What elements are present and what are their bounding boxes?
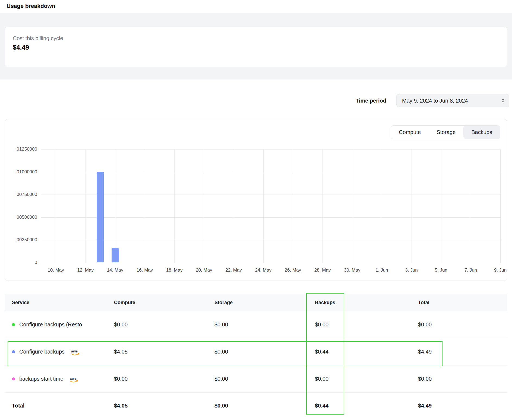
gridline: [41, 149, 41, 263]
gridline: [352, 149, 352, 263]
y-axis-label: .00750000: [15, 192, 37, 197]
gridline: [412, 149, 412, 263]
tab-storage[interactable]: Storage: [429, 126, 463, 139]
chart-bar: [97, 172, 104, 262]
x-axis-label: 16. May: [137, 268, 153, 273]
x-axis-label: 10. May: [48, 268, 64, 273]
x-axis-label: 5. Jun: [435, 268, 447, 273]
total-compute: $4.05: [114, 403, 214, 409]
x-axis-label: 24. May: [255, 268, 271, 273]
gridline: [263, 149, 264, 263]
chart-y-axis: 0.00250000.00500000.00750000.01000000.01…: [10, 149, 37, 263]
series-dot: [12, 323, 15, 326]
x-axis-label: 12. May: [77, 268, 93, 273]
x-axis-label: 20. May: [196, 268, 212, 273]
gridline: [293, 149, 293, 263]
total-backups: $0.44: [315, 403, 418, 409]
cell-total: $0.00: [418, 322, 500, 328]
total-row-label: Total: [12, 403, 114, 409]
gridline: [204, 149, 204, 263]
cell-storage: $0.00: [214, 376, 315, 382]
table-header-storage: Storage: [214, 300, 315, 306]
gridline: [500, 149, 501, 263]
gridline: [174, 149, 175, 263]
table-header-backups: Backups: [315, 300, 418, 306]
x-axis-label: 28. May: [314, 268, 331, 273]
gridline: [115, 149, 115, 263]
y-axis-label: .01000000: [15, 169, 37, 175]
aws-logo-icon: aws: [71, 349, 80, 356]
cost-card-label: Cost this billing cycle: [13, 34, 499, 42]
svg-text:aws: aws: [70, 377, 77, 381]
x-axis-label: 14. May: [107, 268, 123, 273]
cell-backups: $0.44: [315, 349, 418, 355]
gridline: [41, 195, 500, 195]
chart-bar: [112, 248, 119, 263]
table-header-service: Service: [12, 300, 114, 306]
svg-text:aws: aws: [71, 349, 78, 354]
x-axis-label: 26. May: [285, 268, 301, 273]
chart-metric-tabs: Compute Storage Backups: [391, 125, 500, 139]
aws-logo-icon: aws: [69, 376, 79, 383]
y-axis-label: 0: [35, 260, 37, 265]
table-header-total: Total: [418, 300, 500, 306]
chart-x-axis: 10. May12. May14. May16. May18. May20. M…: [41, 268, 500, 274]
tab-compute[interactable]: Compute: [391, 126, 429, 139]
x-axis-label: 1. Jun: [375, 268, 388, 273]
x-axis-label: 30. May: [344, 268, 360, 273]
cell-compute: $0.00: [114, 376, 214, 382]
gridline: [471, 149, 471, 263]
cost-card: Cost this billing cycle $4.49: [5, 27, 507, 67]
page: Usage breakdown Cost this billing cycle …: [0, 0, 512, 420]
series-dot: [12, 350, 15, 353]
cost-card-amount: $4.49: [13, 44, 499, 51]
cell-compute: $4.05: [114, 349, 214, 355]
x-axis-label: 3. Jun: [405, 268, 418, 273]
time-period-select[interactable]: May 9, 2024 to Jun 8, 2024: [396, 94, 509, 107]
chart-plot: [41, 149, 500, 263]
y-axis-label: .01250000: [15, 147, 37, 152]
time-period-value: May 9, 2024 to Jun 8, 2024: [402, 98, 468, 104]
gridline: [441, 149, 441, 263]
cell-storage: $0.00: [214, 349, 315, 355]
cost-summary-section: Cost this billing cycle $4.49: [0, 13, 512, 79]
gridline: [145, 149, 145, 263]
gridline: [234, 149, 234, 263]
cell-storage: $0.00: [214, 322, 315, 328]
gridline: [41, 240, 500, 240]
table-header-row: Service Compute Storage Backups Total: [5, 294, 507, 311]
total-storage: $0.00: [214, 403, 315, 409]
tab-backups[interactable]: Backups: [463, 126, 500, 139]
y-axis-label: .00500000: [15, 215, 37, 220]
time-period-label: Time period: [356, 98, 386, 104]
x-axis-label: 22. May: [225, 268, 242, 273]
cell-total: $0.00: [418, 376, 500, 382]
page-title: Usage breakdown: [0, 0, 512, 13]
service-cell: Configure backups (Resto: [12, 322, 114, 328]
gridline: [382, 149, 382, 263]
cell-backups: $0.00: [315, 376, 418, 382]
table-header-compute: Compute: [114, 300, 214, 306]
table-row: Configure backups (Resto $0.00 $0.00 $0.…: [5, 311, 507, 338]
x-axis-label: 18. May: [166, 268, 182, 273]
service-cell: Configure backups aws: [12, 348, 114, 356]
total-total: $4.49: [418, 403, 500, 409]
gridline: [41, 172, 500, 172]
gridline: [41, 263, 500, 263]
service-name: backups start time: [19, 376, 63, 382]
service-name: Configure backups: [19, 349, 65, 355]
x-axis-label: 7. Jun: [464, 268, 477, 273]
chevron-updown-icon: [500, 98, 506, 103]
cell-compute: $0.00: [114, 322, 214, 328]
service-cell: backups start time aws: [12, 375, 114, 383]
x-axis-label: 9. Jun: [494, 268, 507, 273]
table-total-row: Total $4.05 $0.00 $0.44 $4.49: [5, 393, 507, 419]
gridline: [41, 217, 500, 218]
gridline: [86, 149, 86, 263]
usage-breakdown-table: Service Compute Storage Backups Total Co…: [5, 294, 507, 419]
table-row: backups start time aws $0.00 $0.00 $0.00…: [5, 365, 507, 393]
usage-chart-card: Compute Storage Backups 0.00250000.00500…: [5, 119, 507, 281]
series-dot: [12, 377, 15, 380]
cell-backups: $0.00: [315, 322, 418, 328]
cell-total: $4.49: [418, 349, 500, 355]
